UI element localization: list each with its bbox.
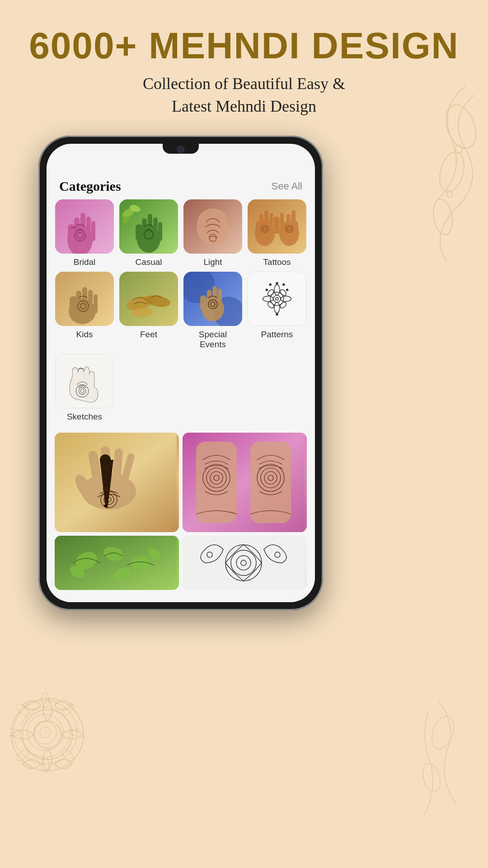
categories-grid-row1: Bridal bbox=[47, 199, 315, 267]
svg-rect-132 bbox=[183, 536, 305, 590]
featured-mehndi-cone bbox=[55, 433, 177, 532]
kids-image bbox=[55, 272, 114, 326]
svg-rect-46 bbox=[276, 217, 280, 234]
bottom-img-1[interactable] bbox=[55, 536, 179, 590]
category-item-sketches[interactable]: Sketches bbox=[55, 354, 114, 422]
svg-point-145 bbox=[42, 758, 49, 772]
svg-rect-33 bbox=[197, 208, 229, 245]
empty-cell-1 bbox=[119, 354, 178, 422]
category-label-bridal: Bridal bbox=[74, 257, 96, 267]
category-item-casual[interactable]: Casual bbox=[119, 199, 178, 267]
category-item-light[interactable]: Light bbox=[183, 199, 243, 267]
svg-point-8 bbox=[427, 713, 458, 752]
svg-point-88 bbox=[283, 284, 285, 286]
svg-point-1 bbox=[436, 149, 468, 194]
bottom-mehndi-pattern bbox=[183, 536, 305, 590]
sketches-image bbox=[56, 354, 113, 408]
header-section: 6000+ MEHNDI DESIGN Collection of Beauti… bbox=[0, 27, 488, 118]
phone-screen: Categories See All bbox=[47, 144, 315, 602]
svg-rect-72 bbox=[200, 295, 206, 311]
svg-point-143 bbox=[40, 727, 51, 738]
category-item-kids[interactable]: Kids bbox=[55, 272, 114, 349]
main-title: 6000+ MEHNDI DESIGN bbox=[0, 27, 488, 64]
svg-point-4 bbox=[447, 192, 452, 197]
subtitle: Collection of Beautiful Easy & Latest Me… bbox=[0, 72, 488, 118]
category-label-feet: Feet bbox=[140, 330, 157, 340]
category-img-sketches bbox=[55, 354, 114, 408]
special-events-image bbox=[183, 272, 242, 326]
category-img-special-events bbox=[183, 272, 242, 326]
svg-point-91 bbox=[269, 284, 271, 286]
categories-grid-row2: Kids bbox=[47, 267, 315, 349]
category-label-patterns: Patterns bbox=[261, 330, 293, 340]
category-label-kids: Kids bbox=[76, 330, 93, 340]
svg-point-2 bbox=[431, 198, 455, 236]
svg-rect-56 bbox=[88, 290, 93, 313]
svg-rect-57 bbox=[94, 294, 98, 313]
svg-rect-24 bbox=[148, 214, 152, 239]
phone-camera bbox=[177, 146, 185, 154]
featured-img-1[interactable] bbox=[55, 433, 179, 532]
bottom-section bbox=[47, 536, 315, 590]
svg-rect-23 bbox=[142, 218, 147, 241]
empty-cell-2 bbox=[183, 354, 243, 422]
see-all-button[interactable]: See All bbox=[272, 180, 303, 192]
svg-rect-38 bbox=[264, 210, 268, 234]
featured-img-2[interactable] bbox=[183, 433, 307, 532]
category-item-special-events[interactable]: Special Events bbox=[183, 272, 243, 349]
svg-rect-47 bbox=[293, 221, 298, 236]
svg-rect-71 bbox=[218, 289, 222, 311]
category-item-feet[interactable]: Feet bbox=[119, 272, 178, 349]
svg-rect-70 bbox=[212, 286, 217, 310]
phone-frame: Categories See All bbox=[38, 136, 323, 610]
category-label-casual: Casual bbox=[135, 257, 162, 267]
category-img-patterns bbox=[248, 272, 306, 326]
svg-point-89 bbox=[286, 289, 288, 291]
bridal-image bbox=[55, 199, 114, 254]
feet-image bbox=[119, 272, 178, 326]
bottom-img-2[interactable] bbox=[183, 536, 307, 590]
category-label-light: Light bbox=[203, 257, 222, 267]
svg-rect-27 bbox=[136, 224, 142, 241]
category-item-tattoos[interactable]: Tattoos bbox=[247, 199, 307, 267]
light-image bbox=[183, 199, 242, 254]
svg-rect-15 bbox=[86, 217, 91, 240]
empty-cell-3 bbox=[247, 354, 307, 422]
svg-rect-26 bbox=[158, 222, 162, 241]
svg-point-142 bbox=[34, 721, 56, 744]
categories-grid-row3: Sketches bbox=[47, 349, 315, 426]
patterns-image bbox=[248, 272, 306, 326]
category-label-special-events: Special Events bbox=[199, 330, 227, 349]
bottom-mehndi-leaves bbox=[55, 536, 177, 590]
featured-mehndi-bridal bbox=[183, 433, 305, 532]
mandala-decoration bbox=[9, 687, 81, 778]
category-item-bridal[interactable]: Bridal bbox=[55, 199, 114, 267]
categories-header: Categories See All bbox=[47, 169, 315, 199]
category-img-light bbox=[183, 199, 242, 254]
svg-rect-25 bbox=[153, 217, 158, 240]
svg-rect-45 bbox=[280, 213, 284, 235]
svg-point-92 bbox=[266, 289, 267, 291]
category-item-patterns[interactable]: Patterns bbox=[247, 272, 307, 349]
category-img-feet bbox=[119, 272, 178, 326]
svg-point-139 bbox=[14, 701, 77, 764]
app-content: Categories See All bbox=[47, 169, 315, 602]
category-label-sketches: Sketches bbox=[67, 412, 102, 422]
bg-deco-bottom-right bbox=[393, 696, 483, 832]
svg-point-144 bbox=[42, 693, 49, 707]
svg-rect-16 bbox=[91, 221, 95, 241]
svg-point-90 bbox=[276, 313, 278, 315]
category-img-bridal bbox=[55, 199, 114, 254]
svg-point-147 bbox=[70, 729, 81, 736]
category-img-casual bbox=[119, 199, 178, 254]
featured-section bbox=[47, 426, 315, 536]
category-label-tattoos: Tattoos bbox=[263, 257, 291, 267]
tattoos-image bbox=[248, 199, 306, 254]
category-img-tattoos bbox=[248, 199, 306, 254]
svg-rect-58 bbox=[70, 296, 77, 313]
categories-title: Categories bbox=[59, 179, 121, 194]
svg-point-141 bbox=[27, 714, 63, 750]
category-img-kids bbox=[55, 272, 114, 326]
svg-rect-39 bbox=[269, 213, 273, 235]
svg-point-3 bbox=[455, 146, 462, 153]
